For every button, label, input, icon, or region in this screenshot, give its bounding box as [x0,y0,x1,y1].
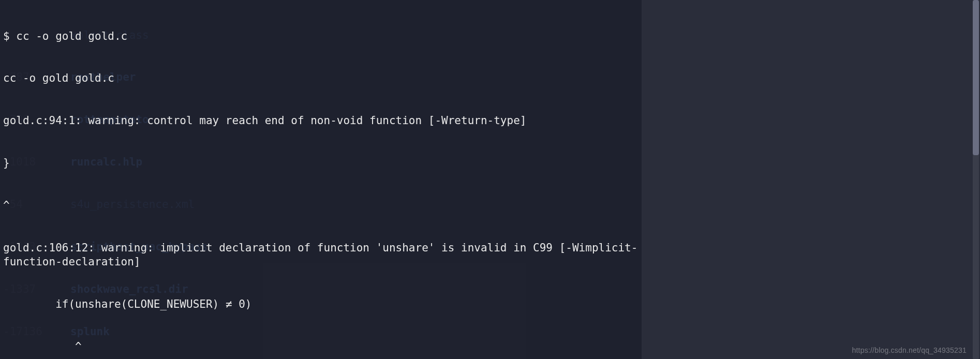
watermark-text: https://blog.csdn.net/qq_34935231 [852,346,967,355]
terminal-line: $ cc -o gold gold.c [3,29,639,43]
terminal-line: } [3,156,639,170]
vertical-scrollbar[interactable] [972,0,980,359]
terminal-line: gold.c:106:12: warning: implicit declara… [3,241,639,270]
screenshot-stage: xploit.class -787roothelper -796rottenpo… [0,0,980,359]
terminal-line: cc -o gold gold.c [3,71,639,85]
terminal-window[interactable]: $ cc -o gold gold.c cc -o gold gold.c go… [0,0,642,310]
scrollbar-thumb[interactable] [973,0,979,155]
terminal-output[interactable]: $ cc -o gold gold.c cc -o gold gold.c go… [0,0,642,359]
terminal-line: ^ [3,340,639,354]
terminal-line: if(unshare(CLONE_NEWUSER) ≠ 0) [3,297,639,311]
terminal-line: ^ [3,199,639,213]
terminal-line: gold.c:94:1: warning: control may reach … [3,114,639,128]
